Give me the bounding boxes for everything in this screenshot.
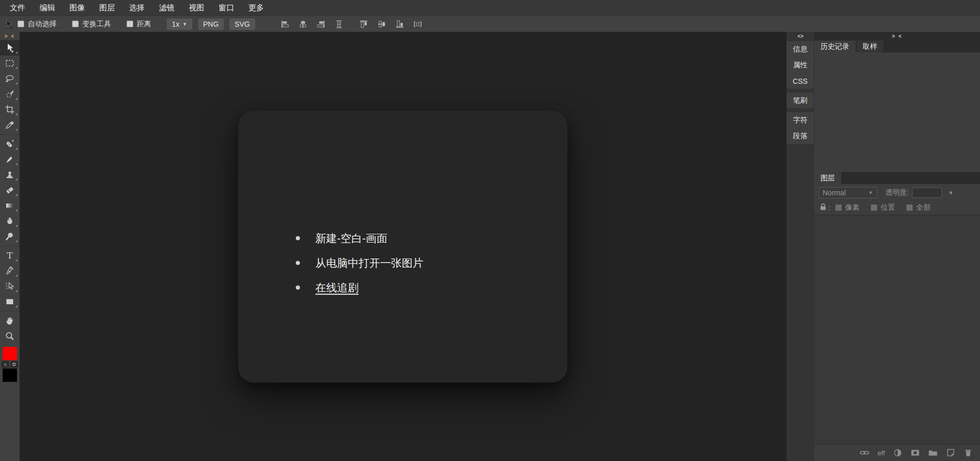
- transform-tool-checkbox[interactable]: [72, 21, 79, 27]
- align-left-icon[interactable]: [280, 20, 290, 29]
- auto-select-checkbox[interactable]: [17, 21, 24, 27]
- bullet-icon: [296, 285, 300, 289]
- align-middle-vertical-icon[interactable]: [377, 20, 386, 29]
- lock-position-checkbox[interactable]: [871, 205, 877, 211]
- vertical-align-group: [359, 20, 422, 29]
- tool-crop[interactable]: [0, 102, 20, 117]
- lock-pixels-option[interactable]: 像素: [835, 203, 860, 212]
- menu-view[interactable]: 视图: [182, 0, 211, 15]
- tool-blur[interactable]: [0, 213, 20, 229]
- distribute-horizontal-icon[interactable]: [413, 20, 422, 29]
- lock-pixels-label: 像素: [845, 203, 860, 212]
- link-layers-icon[interactable]: [860, 448, 869, 457]
- tool-pen[interactable]: [0, 263, 20, 279]
- toolbar-divider: [0, 134, 20, 135]
- opacity-dropdown-caret[interactable]: ▼: [948, 190, 954, 196]
- lock-position-option[interactable]: 位置: [871, 203, 895, 212]
- transform-tool-label: 变换工具: [82, 20, 111, 29]
- menu-window[interactable]: 窗口: [211, 0, 241, 15]
- tab-sampling[interactable]: 取样: [857, 41, 883, 52]
- menu-layer[interactable]: 图层: [92, 0, 122, 15]
- delete-layer-trash-icon[interactable]: [964, 448, 973, 457]
- start-options-list: 新建-空白-画面 从电脑中打开一张图片 在线追剧: [296, 226, 423, 300]
- default-colors-button[interactable]: D: [10, 361, 18, 368]
- tab-brush[interactable]: 笔刷: [787, 93, 814, 108]
- tool-spot-healing[interactable]: [0, 136, 20, 152]
- menu-more[interactable]: 更多: [241, 0, 271, 15]
- background-color-swatch[interactable]: [3, 368, 17, 382]
- menu-select[interactable]: 选择: [122, 0, 152, 15]
- list-item: 新建-空白-画面: [296, 226, 423, 250]
- strip-group-brush: 笔刷: [787, 92, 814, 109]
- right-panel: > < 历史记录 取样 图层 Normal ▼ 透明度: ▼: [814, 32, 980, 461]
- layer-effects-button[interactable]: eff: [878, 449, 885, 457]
- tool-dodge[interactable]: [0, 229, 20, 244]
- lock-position-label: 位置: [881, 203, 895, 212]
- tool-rectangle-shape[interactable]: [0, 294, 20, 309]
- left-toolbar-collapse[interactable]: > <: [0, 32, 20, 40]
- strip-collapse[interactable]: <>: [787, 32, 814, 41]
- lock-all-option[interactable]: 全部: [906, 203, 931, 212]
- menu-image[interactable]: 图像: [62, 0, 92, 15]
- zoom-level-value: 1x: [172, 20, 180, 28]
- blend-mode-dropdown[interactable]: Normal ▼: [818, 187, 877, 198]
- tab-character[interactable]: 字符: [787, 112, 814, 128]
- tool-eraser[interactable]: [0, 182, 20, 198]
- transform-tool-checkbox-group[interactable]: 变换工具: [72, 20, 111, 29]
- tab-history[interactable]: 历史记录: [814, 41, 856, 52]
- align-top-icon[interactable]: [359, 20, 368, 29]
- distance-checkbox[interactable]: [127, 21, 133, 27]
- swap-colors-button[interactable]: ↑↓: [2, 361, 9, 368]
- tool-hand[interactable]: [0, 313, 20, 328]
- foreground-color-swatch[interactable]: [3, 347, 17, 360]
- new-layer-icon[interactable]: [946, 448, 955, 457]
- lock-all-checkbox[interactable]: [906, 205, 913, 211]
- opacity-input[interactable]: [912, 188, 942, 198]
- new-group-folder-icon[interactable]: [928, 448, 938, 457]
- chevron-down-icon: ▼: [868, 190, 873, 195]
- tool-gradient[interactable]: [0, 198, 20, 213]
- menu-filter[interactable]: 滤镜: [152, 0, 182, 15]
- export-png-button[interactable]: PNG: [198, 19, 224, 30]
- lock-pixels-checkbox[interactable]: [835, 205, 842, 211]
- menu-bar: 文件 编辑 图像 图层 选择 滤镜 视图 窗口 更多: [0, 0, 980, 15]
- align-center-horizontal-icon[interactable]: [298, 20, 308, 29]
- distribute-vertical-icon[interactable]: [334, 20, 344, 29]
- tab-paragraph[interactable]: 段落: [787, 128, 814, 144]
- menu-edit[interactable]: 编辑: [32, 0, 62, 15]
- main-area: > <: [0, 32, 980, 461]
- menu-file[interactable]: 文件: [3, 0, 32, 15]
- layers-controls: Normal ▼ 透明度: ▼ : 像素 位置: [814, 184, 980, 215]
- layer-mask-icon[interactable]: [911, 448, 920, 457]
- tool-quick-select[interactable]: [0, 86, 20, 102]
- tab-properties[interactable]: 属性: [787, 57, 814, 73]
- tool-lasso[interactable]: [0, 71, 20, 86]
- tool-eyedropper[interactable]: [0, 117, 20, 133]
- export-svg-button[interactable]: SVG: [229, 19, 255, 30]
- adjustment-layer-icon[interactable]: [893, 448, 902, 457]
- tool-clone-stamp[interactable]: [0, 167, 20, 182]
- opacity-label: 透明度:: [885, 188, 909, 197]
- align-right-icon[interactable]: [316, 20, 326, 29]
- distance-label: 距离: [137, 20, 151, 29]
- tool-type[interactable]: T: [0, 248, 20, 263]
- tab-layers[interactable]: 图层: [814, 172, 841, 184]
- tool-rectangle-select[interactable]: [0, 56, 20, 71]
- move-cursor-icon: [0, 19, 17, 29]
- tool-move[interactable]: [0, 40, 20, 56]
- new-blank-canvas-option: 新建-空白-画面: [315, 231, 387, 245]
- tool-zoom[interactable]: [0, 328, 20, 344]
- canvas-area[interactable]: 新建-空白-画面 从电脑中打开一张图片 在线追剧: [20, 32, 786, 461]
- align-bottom-icon[interactable]: [395, 20, 404, 29]
- tool-direct-select[interactable]: [0, 279, 20, 294]
- distance-checkbox-group[interactable]: 距离: [127, 20, 151, 29]
- auto-select-checkbox-group[interactable]: 自动选择: [17, 20, 57, 29]
- color-swatches: ↑↓ D: [2, 347, 18, 382]
- tab-info[interactable]: 信息: [787, 41, 814, 57]
- tab-css[interactable]: CSS: [787, 73, 814, 89]
- watch-online-link[interactable]: 在线追剧: [315, 280, 359, 294]
- tool-brush[interactable]: [0, 152, 20, 167]
- layers-list[interactable]: [814, 215, 980, 444]
- zoom-level-dropdown[interactable]: 1x ▼: [167, 19, 192, 30]
- right-panel-collapse[interactable]: > <: [814, 32, 980, 41]
